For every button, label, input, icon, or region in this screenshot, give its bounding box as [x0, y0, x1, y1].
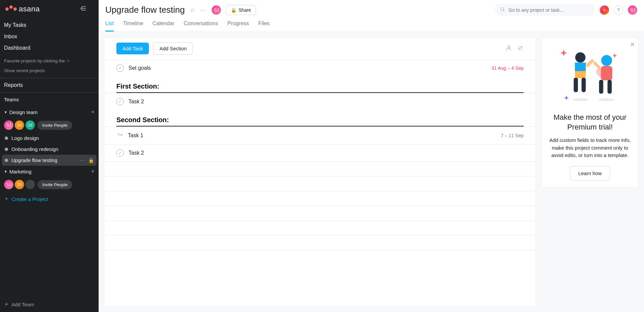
filter-icon[interactable]	[517, 45, 524, 53]
svg-point-3	[501, 8, 504, 11]
tab-files[interactable]: Files	[258, 20, 270, 32]
logo-dots-icon	[5, 7, 17, 11]
chevron-down-icon: ▼	[4, 110, 7, 114]
promo-illustration	[548, 44, 632, 108]
project-item[interactable]: Logo design	[0, 133, 99, 144]
empty-task-row[interactable]	[104, 235, 536, 250]
avatar[interactable]: 2d	[15, 120, 24, 130]
task-date: 31 Aug – 4 Sep	[491, 65, 524, 71]
logo[interactable]: asana	[5, 5, 40, 13]
project-item[interactable]: Onboarding redesign	[0, 144, 99, 155]
tab-list[interactable]: List	[105, 20, 114, 32]
promo-title: Make the most of your Premium trial!	[548, 113, 632, 132]
page-title: Upgrade flow testing	[105, 5, 185, 15]
svg-point-11	[575, 52, 586, 63]
avatar-placeholder[interactable]	[25, 180, 35, 189]
svg-point-9	[518, 48, 519, 49]
person-icon[interactable]	[505, 45, 512, 53]
complete-checkbox[interactable]	[116, 64, 124, 72]
svg-line-4	[503, 10, 504, 11]
lock-icon: 🔒	[231, 7, 236, 13]
tab-progress[interactable]: Progress	[227, 20, 249, 32]
invite-people-button[interactable]: Invite People	[38, 121, 72, 130]
project-name: Onboarding redesign	[11, 146, 58, 152]
nav-dashboard[interactable]: Dashboard	[4, 42, 95, 54]
svg-rect-15	[582, 78, 586, 92]
create-project-button[interactable]: + Create a Project	[0, 192, 99, 206]
task-row[interactable]: Set goals 31 Aug – 4 Sep	[104, 59, 536, 76]
plus-icon: +	[603, 7, 606, 13]
section-header[interactable]: Second Section:	[116, 110, 524, 126]
team-header-marketing[interactable]: ▼ Marketing +	[0, 166, 99, 177]
project-name: Logo design	[11, 135, 39, 141]
logo-text: asana	[19, 5, 40, 13]
learn-how-button[interactable]: Learn how	[570, 166, 610, 180]
primary-nav: My Tasks Inbox Dashboard	[0, 18, 99, 55]
task-row[interactable]: Task 1 7 – 11 Sep	[104, 126, 536, 144]
add-section-button[interactable]: Add Section	[153, 42, 193, 55]
star-icon[interactable]: ☆	[190, 6, 195, 14]
tab-timeline[interactable]: Timeline	[123, 20, 143, 32]
more-icon[interactable]: ⋯	[200, 6, 207, 14]
task-name: Task 1	[128, 133, 496, 139]
svg-point-10	[121, 134, 122, 135]
empty-task-row[interactable]	[104, 206, 536, 220]
nav-reports[interactable]: Reports	[0, 78, 99, 92]
project-dot-icon	[5, 148, 8, 151]
task-toolbar: Add Task Add Section	[104, 38, 536, 59]
task-row[interactable]: Task 2	[104, 93, 536, 110]
add-to-team-icon[interactable]: +	[91, 168, 95, 174]
complete-checkbox[interactable]	[116, 98, 124, 105]
add-task-button[interactable]: Add Task	[116, 43, 149, 54]
search-icon	[500, 7, 505, 13]
help-button[interactable]: ?	[614, 5, 623, 15]
svg-point-20	[573, 98, 588, 101]
avatar[interactable]: SJ	[212, 5, 221, 15]
empty-task-row[interactable]	[104, 220, 536, 235]
search-input[interactable]	[508, 7, 590, 13]
svg-rect-13	[575, 63, 586, 71]
main-content: Upgrade flow testing ☆ ⋯ SJ 🔒 Share + ? …	[99, 0, 644, 312]
team-name: Design team	[9, 109, 38, 115]
add-team-button[interactable]: + Add Team	[0, 297, 99, 312]
project-tabs: List Timeline Calendar Conversations Pro…	[99, 16, 644, 32]
svg-point-16	[601, 55, 612, 66]
premium-promo-panel: ✕	[541, 37, 639, 188]
svg-rect-17	[601, 66, 612, 80]
tab-calendar[interactable]: Calendar	[153, 20, 174, 32]
empty-task-row[interactable]	[104, 176, 536, 191]
quick-add-button[interactable]: +	[600, 5, 609, 15]
svg-point-21	[599, 98, 614, 101]
add-to-team-icon[interactable]: +	[91, 109, 95, 115]
promo-text: Add custom fields to track more info, ma…	[548, 137, 632, 159]
svg-rect-18	[599, 80, 603, 94]
plus-icon: +	[5, 301, 8, 307]
avatar[interactable]: SJ	[4, 120, 13, 130]
empty-task-row[interactable]	[104, 161, 536, 176]
global-search[interactable]	[494, 4, 595, 16]
project-dot-icon	[5, 159, 8, 162]
show-recent-projects[interactable]: Show recent projects	[0, 66, 99, 78]
sidebar-header: asana	[0, 0, 99, 18]
project-item-active[interactable]: Upgrade flow testing ⋯ 🔒	[2, 155, 97, 166]
avatar[interactable]: 2d	[15, 180, 24, 189]
chevron-down-icon: ▼	[4, 170, 7, 173]
more-icon[interactable]: ⋯	[80, 158, 85, 163]
avatar[interactable]: SJ	[4, 180, 13, 189]
empty-task-row[interactable]	[104, 250, 536, 265]
invite-people-button[interactable]: Invite People	[38, 180, 72, 189]
nav-inbox[interactable]: Inbox	[4, 31, 95, 42]
project-name: Upgrade flow testing	[11, 157, 57, 163]
task-row[interactable]: Task 2	[104, 144, 536, 161]
avatar[interactable]: 2d	[25, 120, 35, 130]
user-avatar[interactable]: SJ	[628, 5, 637, 15]
collapse-sidebar-icon[interactable]	[80, 5, 87, 13]
close-icon[interactable]: ✕	[630, 41, 635, 48]
share-button[interactable]: 🔒 Share	[226, 5, 256, 15]
team-header-design[interactable]: ▼ Design team +	[0, 106, 99, 118]
nav-my-tasks[interactable]: My Tasks	[4, 19, 95, 31]
empty-task-row[interactable]	[104, 191, 536, 206]
tab-conversations[interactable]: Conversations	[184, 20, 218, 32]
section-header[interactable]: First Section:	[116, 76, 524, 93]
complete-checkbox[interactable]	[116, 149, 124, 157]
